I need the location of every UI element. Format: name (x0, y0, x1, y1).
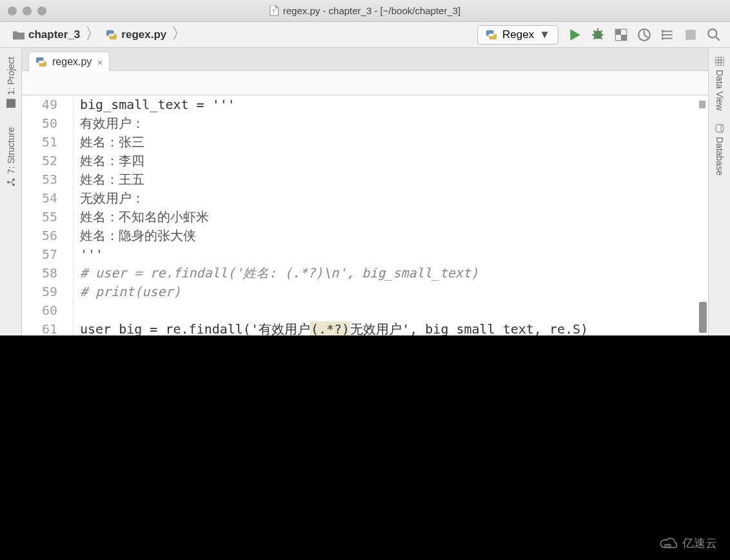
svg-rect-6 (6, 99, 15, 108)
tool-label: 7: Structure (6, 127, 16, 174)
svg-point-5 (708, 29, 716, 37)
svg-point-11 (721, 125, 724, 132)
minimize-window-button[interactable] (23, 6, 32, 15)
line-number-gutter: 49505152535455565758596061 (22, 95, 74, 335)
breadcrumb-item-project[interactable]: chapter_3 (9, 28, 84, 41)
code-line[interactable]: ''' (80, 245, 708, 264)
code-line[interactable]: 有效用户： (80, 114, 708, 133)
svg-point-12 (665, 545, 667, 547)
nav-bar: chapter_3 〉 regex.py 〉 Regex ▼ (0, 22, 730, 48)
line-number: 53 (22, 170, 57, 189)
code-line[interactable]: 姓名：隐身的张大侠 (80, 226, 708, 245)
line-number: 50 (22, 114, 57, 133)
code-line[interactable]: 姓名：张三 (80, 133, 708, 152)
structure-icon (6, 178, 15, 187)
close-window-button[interactable] (8, 6, 17, 15)
svg-point-7 (7, 181, 10, 184)
code-line[interactable]: big_small_text = ''' (80, 95, 708, 114)
line-number: 55 (22, 208, 57, 226)
zoom-window-button[interactable] (37, 6, 46, 15)
project-icon (6, 99, 15, 108)
code-line[interactable]: # user = re.findall('姓名: (.*?)\n', big_s… (80, 264, 708, 283)
run-config-selector[interactable]: Regex ▼ (477, 25, 558, 45)
code-line[interactable] (80, 301, 708, 320)
table-icon (715, 57, 724, 66)
toolbar-right: Regex ▼ (477, 25, 721, 45)
vertical-scrollbar-thumb[interactable] (699, 302, 707, 333)
debug-button[interactable] (591, 28, 605, 42)
tool-window-structure[interactable]: 7: Structure (6, 127, 16, 186)
python-file-icon (35, 56, 47, 68)
line-number: 52 (22, 152, 57, 170)
breadcrumb-label: chapter_3 (28, 28, 80, 41)
editor-tab-bar: regex.py × (22, 48, 708, 71)
main-area: 1: Project 7: Structure regex.py × 49505… (0, 48, 730, 335)
ide-window: T regex.py - chapter_3 - [~/book/chapter… (0, 0, 730, 335)
cloud-icon (659, 535, 678, 551)
svg-point-8 (12, 184, 15, 186)
svg-text:T: T (272, 8, 275, 15)
marker-stripe (699, 101, 705, 108)
tool-label: Data View (715, 70, 725, 111)
window-title: T regex.py - chapter_3 - [~/book/chapter… (270, 5, 461, 16)
editor-column: regex.py × 49505152535455565758596061 bi… (22, 48, 708, 335)
title-bar: T regex.py - chapter_3 - [~/book/chapter… (0, 0, 730, 22)
concurrent-button[interactable] (660, 28, 675, 42)
watermark-text: 亿速云 (682, 535, 717, 551)
stop-button[interactable] (684, 28, 698, 42)
run-config-label: Regex (502, 28, 534, 41)
search-everywhere-button[interactable] (707, 28, 721, 42)
line-number: 58 (22, 264, 57, 283)
tab-label: regex.py (52, 56, 92, 68)
code-line[interactable]: user_big = re.findall('有效用户(.*?)无效用户', b… (80, 320, 708, 335)
window-title-text: regex.py - chapter_3 - [~/book/chapter_3… (283, 5, 461, 16)
line-number: 56 (22, 226, 57, 245)
code-area[interactable]: big_small_text = '''有效用户：姓名：张三姓名：李四姓名：王五… (74, 95, 708, 335)
folder-icon (13, 30, 25, 40)
svg-rect-10 (715, 57, 724, 66)
tool-window-data-view[interactable]: Data View (715, 57, 725, 111)
code-line[interactable]: 姓名：李四 (80, 152, 708, 170)
editor-tab-active[interactable]: regex.py × (28, 52, 110, 71)
editor-sub-toolbar (22, 71, 708, 95)
python-icon (486, 29, 497, 41)
tool-window-project[interactable]: 1: Project (6, 57, 16, 108)
profile-button[interactable] (637, 28, 651, 42)
line-number: 54 (22, 189, 57, 208)
python-file-icon (106, 29, 117, 41)
right-tool-strip: Data View Database (708, 48, 730, 335)
left-tool-strip: 1: Project 7: Structure (0, 48, 22, 335)
breadcrumb-separator: 〉 (172, 23, 187, 44)
close-icon[interactable]: × (97, 57, 103, 68)
database-icon (715, 124, 724, 133)
code-line[interactable]: 无效用户： (80, 189, 708, 208)
line-number: 59 (22, 283, 57, 301)
line-number: 57 (22, 245, 57, 264)
line-number: 49 (22, 95, 57, 114)
tool-label: Database (715, 137, 725, 175)
code-line[interactable]: 姓名：王五 (80, 170, 708, 189)
breadcrumb-item-file[interactable]: regex.py (102, 28, 170, 41)
code-line[interactable]: # print(user) (80, 283, 708, 301)
svg-rect-4 (686, 30, 695, 39)
watermark: 亿速云 (659, 535, 717, 551)
code-editor[interactable]: 49505152535455565758596061 big_small_tex… (22, 95, 708, 335)
line-number: 61 (22, 320, 57, 335)
tool-label: 1: Project (6, 57, 16, 95)
breadcrumb-separator: 〉 (85, 23, 101, 44)
code-line[interactable]: 姓名：不知名的小虾米 (80, 208, 708, 226)
tool-window-database[interactable]: Database (715, 124, 725, 175)
line-number: 51 (22, 133, 57, 152)
chevron-down-icon: ▼ (539, 28, 550, 41)
run-button[interactable] (567, 28, 582, 42)
breadcrumb-label: regex.py (121, 28, 166, 41)
breadcrumb: chapter_3 〉 regex.py 〉 (9, 25, 187, 44)
line-number: 60 (22, 301, 57, 320)
coverage-button[interactable] (614, 28, 628, 42)
file-icon: T (270, 5, 279, 16)
traffic-lights (8, 6, 46, 15)
